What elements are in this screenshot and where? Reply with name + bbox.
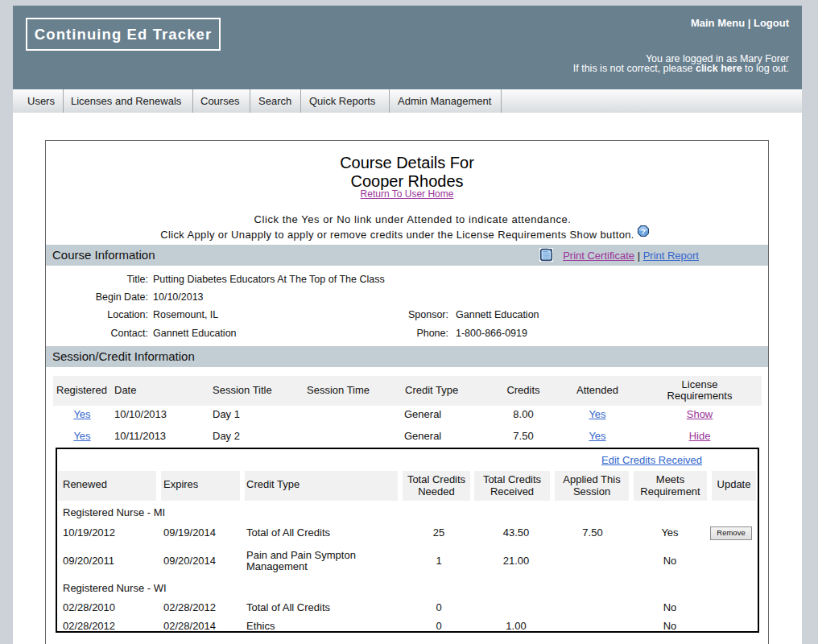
svg-text:?: ? [641, 227, 646, 236]
